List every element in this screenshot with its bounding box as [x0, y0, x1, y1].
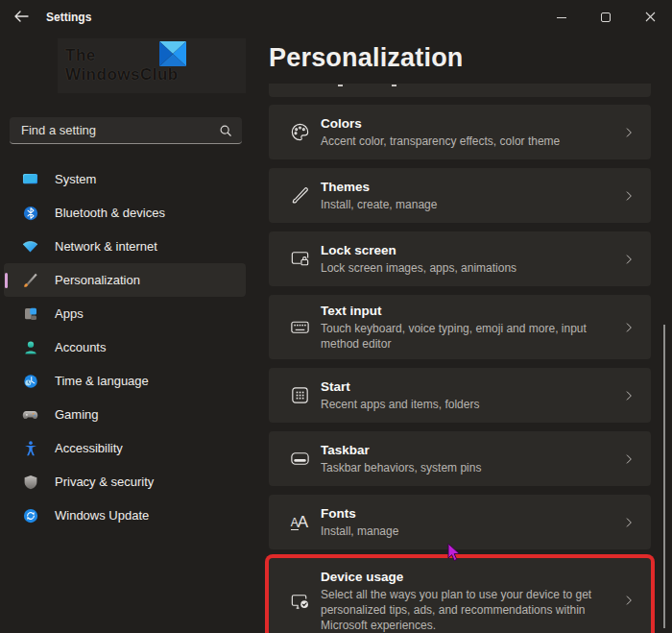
card-title: Colors — [321, 115, 609, 133]
apps-icon — [21, 304, 39, 323]
taskbar-icon — [288, 448, 311, 470]
update-refresh-icon — [21, 506, 39, 524]
card-title: Device usage — [321, 569, 609, 586]
sidebar-item-label: Windows Update — [55, 508, 149, 523]
wifi-icon — [21, 237, 39, 256]
chevron-right-icon — [622, 253, 637, 266]
maximize-icon — [601, 12, 611, 22]
window-title: Settings — [46, 11, 91, 24]
sidebar-item-system[interactable]: System — [4, 162, 246, 196]
fonts-icon: AA — [288, 514, 311, 530]
settings-card-fonts[interactable]: AA Fonts Install, manage — [269, 495, 651, 549]
windowsclub-diamond-icon — [159, 41, 186, 70]
card-subtitle: Lock screen images, apps, animations — [321, 260, 609, 276]
card-subtitle: Select all the ways you plan to use your… — [321, 587, 609, 633]
search-icon — [219, 124, 232, 137]
colors-palette-icon — [288, 121, 311, 143]
minimize-button[interactable] — [540, 0, 584, 35]
settings-card-device-usage[interactable]: Device usage Select all the ways you pla… — [269, 558, 651, 633]
close-button[interactable] — [628, 0, 672, 35]
sidebar-item-label: Accounts — [55, 340, 106, 354]
sidebar-item-label: Bluetooth & devices — [55, 206, 165, 220]
card-title: Fonts — [321, 505, 609, 523]
chevron-right-icon — [622, 594, 637, 607]
sidebar-item-label: Accessibility — [55, 441, 123, 455]
chevron-right-icon — [622, 389, 637, 402]
sidebar-item-accessibility[interactable]: Accessibility — [4, 431, 246, 465]
sidebar-item-apps[interactable]: Apps — [4, 297, 246, 330]
search-input[interactable] — [10, 123, 219, 137]
close-icon — [645, 9, 656, 26]
maximize-button[interactable] — [584, 0, 628, 35]
paintbrush-icon — [21, 271, 39, 289]
sidebar-item-personalization[interactable]: Personalization — [4, 263, 246, 297]
settings-card-taskbar[interactable]: Taskbar Taskbar behaviors, system pins — [269, 431, 651, 486]
chevron-right-icon — [622, 189, 637, 203]
card-title: Taskbar — [321, 442, 609, 459]
selection-indicator — [5, 273, 8, 288]
sidebar-item-label: System — [55, 172, 96, 186]
chevron-right-icon — [622, 126, 637, 139]
titlebar: Settings — [0, 0, 672, 35]
clipped-text-fragment — [338, 85, 343, 86]
minimize-icon — [557, 17, 566, 18]
back-button[interactable] — [6, 4, 36, 31]
card-title: Start — [321, 378, 609, 396]
mouse-cursor — [447, 543, 462, 567]
sidebar-item-label: Network & internet — [55, 239, 157, 254]
card-title: Lock screen — [321, 242, 609, 259]
system-icon — [21, 170, 39, 188]
card-title: Text input — [321, 303, 609, 320]
sidebar-item-bluetooth-devices[interactable]: Bluetooth & devices — [4, 196, 246, 230]
sidebar-item-gaming[interactable]: Gaming — [4, 398, 246, 431]
themes-brush-icon — [288, 184, 311, 207]
page-title: Personalization — [269, 43, 672, 73]
sidebar: The WindowsClub — [0, 35, 252, 633]
card-title: Themes — [321, 179, 609, 196]
device-usage-icon — [288, 590, 311, 612]
fonts-letter-large: A — [298, 514, 308, 530]
chevron-right-icon — [622, 516, 637, 529]
vertical-scrollbar[interactable] — [663, 325, 665, 628]
card-subtitle: Recent apps and items, folders — [321, 397, 609, 412]
accounts-person-icon — [21, 338, 39, 356]
settings-card-text-input[interactable]: Text input Touch keyboard, voice typing,… — [269, 295, 651, 359]
back-arrow-icon — [13, 9, 29, 26]
card-subtitle: Install, create, manage — [321, 197, 609, 212]
sidebar-item-label: Apps — [55, 306, 84, 321]
bluetooth-icon — [21, 204, 39, 222]
card-subtitle: Install, manage — [321, 523, 609, 539]
accessibility-person-icon — [21, 439, 39, 457]
sidebar-item-privacy-security[interactable]: Privacy & security — [4, 465, 246, 499]
sidebar-item-label: Time & language — [55, 374, 149, 388]
card-subtitle: Taskbar behaviors, system pins — [321, 460, 609, 475]
sidebar-item-accounts[interactable]: Accounts — [4, 330, 246, 364]
shield-icon — [21, 473, 39, 491]
sidebar-item-label: Privacy & security — [55, 475, 154, 489]
sidebar-item-time-language[interactable]: Time & language — [4, 364, 246, 398]
settings-card-start[interactable]: Start Recent apps and items, folders — [269, 368, 651, 423]
sidebar-nav: System Bluetooth & devices Network & int… — [4, 162, 246, 532]
sidebar-item-label: Gaming — [55, 407, 99, 422]
sidebar-item-windows-update[interactable]: Windows Update — [4, 499, 246, 532]
settings-card-colors[interactable]: Colors Accent color, transparency effect… — [269, 105, 651, 159]
keyboard-icon — [288, 316, 311, 338]
settings-card-themes[interactable]: Themes Install, create, manage — [269, 168, 651, 223]
search-box[interactable] — [10, 117, 242, 144]
card-subtitle: Touch keyboard, voice typing, emoji and … — [321, 321, 609, 352]
main-content: Personalization Colors Accent color, tra… — [252, 35, 672, 633]
windowsclub-logo: The WindowsClub — [58, 38, 246, 93]
sidebar-item-label: Personalization — [55, 273, 140, 287]
gamepad-icon — [21, 405, 39, 424]
clock-icon — [21, 372, 39, 390]
clipped-text-fragment — [392, 85, 396, 86]
sidebar-item-network-internet[interactable]: Network & internet — [4, 230, 246, 263]
chevron-right-icon — [622, 321, 637, 334]
start-menu-icon — [288, 384, 311, 406]
settings-card-partial-scrolled[interactable] — [269, 84, 651, 97]
card-subtitle: Accent color, transparency effects, colo… — [321, 134, 609, 149]
chevron-right-icon — [622, 452, 637, 466]
settings-card-lock-screen[interactable]: Lock screen Lock screen images, apps, an… — [269, 231, 651, 286]
lock-screen-icon — [288, 248, 311, 270]
